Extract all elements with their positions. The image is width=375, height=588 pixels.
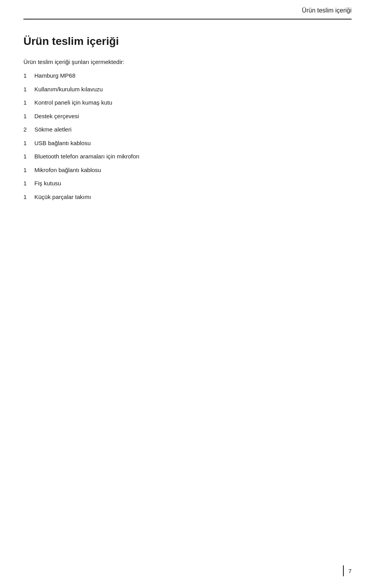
item-number: 1 xyxy=(23,112,34,121)
item-text: USB bağlantı kablosu xyxy=(34,139,91,148)
page-container: Ürün teslim içeriği Ürün teslim içeriği … xyxy=(0,0,375,588)
list-item: 1Mikrofon bağlantı kablosu xyxy=(23,166,352,175)
item-text: Küçük parçalar takımı xyxy=(34,193,91,202)
item-number: 1 xyxy=(23,166,34,175)
item-number: 2 xyxy=(23,125,34,134)
page-number: 7 xyxy=(348,568,352,574)
item-number: 1 xyxy=(23,193,34,202)
list-item: 1Destek çerçevesi xyxy=(23,112,352,121)
item-text: Kontrol paneli için kumaş kutu xyxy=(34,98,112,107)
header-title: Ürün teslim içeriği xyxy=(302,7,352,14)
item-number: 1 xyxy=(23,98,34,107)
item-number: 1 xyxy=(23,139,34,148)
items-list: 1Hamburg MP681Kullanım/kurulum kılavuzu1… xyxy=(23,71,352,201)
item-text: Kullanım/kurulum kılavuzu xyxy=(34,85,103,94)
list-item: 1USB bağlantı kablosu xyxy=(23,139,352,148)
list-item: 1Küçük parçalar takımı xyxy=(23,193,352,202)
item-text: Sökme aletleri xyxy=(34,125,71,134)
page-header: Ürün teslim içeriği xyxy=(23,0,352,20)
item-text: Destek çerçevesi xyxy=(34,112,79,121)
list-item: 1Hamburg MP68 xyxy=(23,71,352,80)
list-item: 1Bluetooth telefon aramaları için mikrof… xyxy=(23,152,352,161)
item-text: Hamburg MP68 xyxy=(34,71,75,80)
item-number: 1 xyxy=(23,85,34,94)
item-number: 1 xyxy=(23,71,34,80)
item-number: 1 xyxy=(23,179,34,188)
page-footer: 7 xyxy=(343,565,352,576)
list-item: 2Sökme aletleri xyxy=(23,125,352,134)
page-title: Ürün teslim içeriği xyxy=(23,35,352,48)
footer-divider xyxy=(343,565,344,576)
item-text: Mikrofon bağlantı kablosu xyxy=(34,166,101,175)
item-number: 1 xyxy=(23,152,34,161)
list-item: 1Kontrol paneli için kumaş kutu xyxy=(23,98,352,107)
item-text: Fiş kutusu xyxy=(34,179,61,188)
list-item: 1Kullanım/kurulum kılavuzu xyxy=(23,85,352,94)
list-item: 1Fiş kutusu xyxy=(23,179,352,188)
intro-text: Ürün teslim içeriği şunları içermektedir… xyxy=(23,59,352,65)
item-text: Bluetooth telefon aramaları için mikrofo… xyxy=(34,152,139,161)
